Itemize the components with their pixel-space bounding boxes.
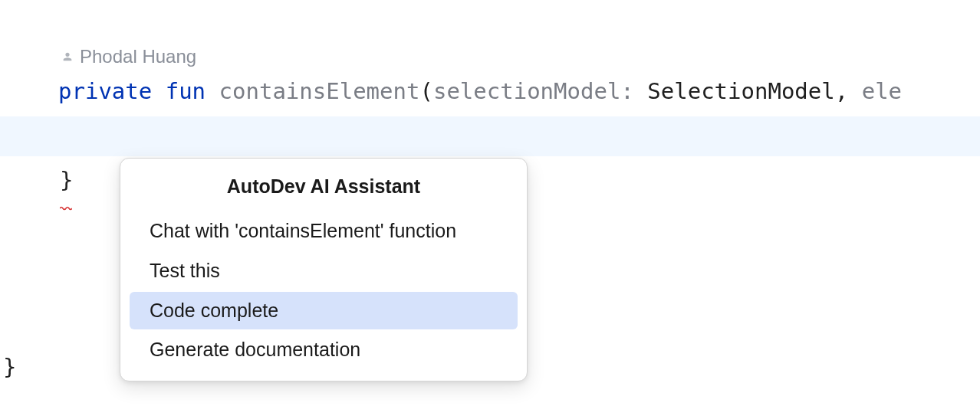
- author-name: Phodal Huang: [80, 46, 196, 67]
- person-icon: [61, 51, 74, 63]
- paren-open: (: [419, 78, 432, 104]
- ai-assistant-popup: AutoDev AI Assistant Chat with 'contains…: [120, 158, 528, 381]
- keyword-fun: fun: [166, 78, 206, 104]
- popup-menu-list: Chat with 'containsElement' function Tes…: [120, 211, 527, 370]
- menu-item-docs[interactable]: Generate documentation: [130, 331, 518, 369]
- type-selectionmodel: SelectionModel: [647, 78, 834, 104]
- error-squiggle-icon: [60, 190, 72, 195]
- code-line-signature[interactable]: private fun containsElement(selectionMod…: [58, 78, 902, 104]
- code-line-outer-brace[interactable]: }: [3, 354, 16, 380]
- code-editor[interactable]: Phodal Huang private fun containsElement…: [0, 0, 980, 406]
- menu-item-code-complete[interactable]: Code complete: [130, 292, 518, 330]
- popup-title: AutoDev AI Assistant: [120, 169, 527, 211]
- param-partial: ele: [862, 78, 902, 104]
- current-line-highlight: [0, 116, 980, 156]
- menu-item-chat[interactable]: Chat with 'containsElement' function: [130, 212, 518, 250]
- menu-item-test[interactable]: Test this: [130, 252, 518, 290]
- author-annotation: Phodal Huang: [61, 46, 196, 67]
- function-name: containsElement: [219, 78, 420, 104]
- code-line-brace[interactable]: }: [60, 167, 73, 193]
- keyword-private: private: [58, 78, 152, 104]
- param-selectionmodel: selectionModel: [433, 78, 620, 104]
